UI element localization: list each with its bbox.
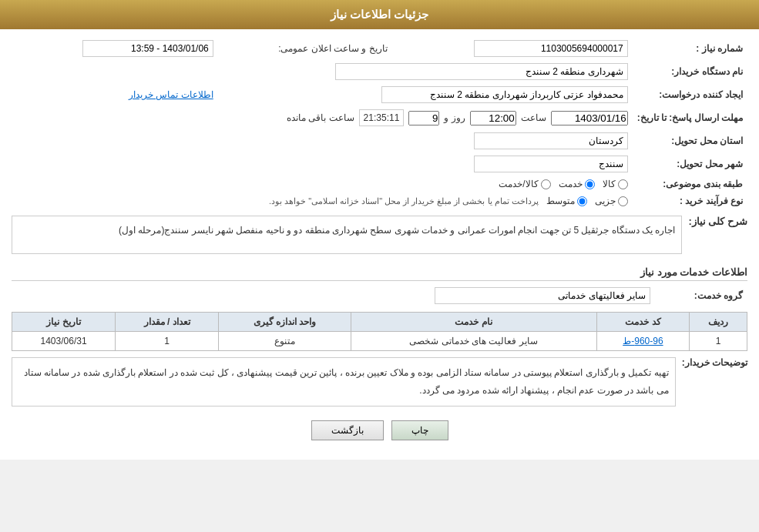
buyer-org-label: نام دستگاه خریدار: bbox=[633, 60, 747, 83]
process-note: پرداخت تمام یا بخشی از مبلغ خریدار از مح… bbox=[269, 196, 539, 206]
process-value-cell: جزیی متوسط پرداخت تمام یا بخشی از مبلغ خ… bbox=[12, 192, 633, 209]
need-number-label: شماره نیاز : bbox=[633, 37, 747, 60]
deadline-day-input[interactable] bbox=[408, 111, 439, 125]
announcement-date-value-cell bbox=[12, 37, 218, 60]
col-code: کد خدمت bbox=[596, 313, 690, 332]
buyer-notes-label: توضیحات خریدار: bbox=[682, 357, 747, 368]
category-kala-label: کالا bbox=[603, 179, 616, 189]
row-process: نوع فرآیند خرید : جزیی متوسط پرداخت تمام… bbox=[12, 192, 747, 209]
deadline-remaining: 21:35:11 bbox=[359, 109, 405, 126]
service-group-value-cell bbox=[12, 284, 655, 307]
process-motavasset-radio[interactable] bbox=[577, 196, 587, 206]
contact-link[interactable]: اطلاعات تماس خریدار bbox=[129, 89, 213, 100]
services-header-row: ردیف کد خدمت نام خدمت واحد اندازه گیری ت… bbox=[12, 313, 747, 332]
cell-code[interactable]: 960-96-ط bbox=[596, 332, 690, 351]
deadline-label: مهلت ارسال پاسخ: تا تاریخ: bbox=[633, 106, 747, 129]
cell-unit: متنوع bbox=[219, 332, 351, 351]
category-kala-khadamat-radio[interactable] bbox=[541, 179, 551, 189]
deadline-date-input[interactable] bbox=[551, 111, 628, 125]
cell-name: سایر فعالیت های خدماتی شخصی bbox=[351, 332, 596, 351]
service-group-input[interactable] bbox=[435, 287, 650, 304]
category-khadamat-radio[interactable] bbox=[585, 179, 595, 189]
description-label: شرح کلی نیاز: bbox=[688, 216, 747, 229]
row-creator: ایجاد کننده درخواست: اطلاعات تماس خریدار bbox=[12, 83, 747, 106]
service-group-row: گروه خدمت: bbox=[12, 284, 747, 307]
deadline-inline: ساعت روز و 21:35:11 ساعت باقی مانده bbox=[16, 109, 628, 126]
col-count: تعداد / مقدار bbox=[116, 313, 219, 332]
deadline-value-cell: ساعت روز و 21:35:11 ساعت باقی مانده bbox=[12, 106, 633, 129]
page-header: جزئیات اطلاعات نیاز bbox=[0, 0, 759, 29]
buyer-notes-row: توضیحات خریدار: تهیه تکمیل و بارگذاری اس… bbox=[12, 357, 747, 413]
content-area: شماره نیاز : تاریخ و ساعت اعلان عمومی: ن… bbox=[0, 29, 759, 460]
print-button[interactable]: چاپ bbox=[391, 420, 448, 440]
announcement-date-label-cell: تاریخ و ساعت اعلان عمومی: bbox=[218, 37, 392, 60]
cell-count: 1 bbox=[116, 332, 219, 351]
buyer-notes-box: تهیه تکمیل و بارگذاری استعلام پیوستی در … bbox=[12, 357, 676, 407]
row-need-number: شماره نیاز : تاریخ و ساعت اعلان عمومی: bbox=[12, 37, 747, 60]
creator-input[interactable] bbox=[381, 86, 628, 103]
province-value-cell bbox=[12, 129, 633, 152]
services-table-header: ردیف کد خدمت نام خدمت واحد اندازه گیری ت… bbox=[12, 313, 747, 332]
deadline-time-label: ساعت bbox=[521, 112, 546, 123]
announcement-date-input[interactable] bbox=[82, 40, 213, 57]
row-city: شهر محل تحویل: bbox=[12, 152, 747, 176]
row-province: استان محل تحویل: bbox=[12, 129, 747, 152]
process-motavasset-label: متوسط bbox=[546, 196, 575, 206]
description-box: اجاره یک دستگاه جرثقیل 5 تن جهت انجام ام… bbox=[12, 216, 682, 254]
deadline-time-input[interactable] bbox=[470, 111, 516, 125]
need-number-value-cell bbox=[392, 37, 633, 60]
deadline-remaining-label: ساعت باقی مانده bbox=[287, 112, 354, 123]
row-deadline: مهلت ارسال پاسخ: تا تاریخ: ساعت روز و 21… bbox=[12, 106, 747, 129]
buttons-row: چاپ بازگشت bbox=[12, 413, 747, 452]
cell-row: 1 bbox=[690, 332, 747, 351]
city-input[interactable] bbox=[474, 156, 628, 172]
process-label: نوع فرآیند خرید : bbox=[633, 192, 747, 209]
category-radio-group: کالا خدمت کالا/خدمت bbox=[16, 179, 628, 189]
col-name: نام خدمت bbox=[351, 313, 596, 332]
back-button[interactable]: بازگشت bbox=[311, 420, 384, 440]
row-category: طبقه بندی موضوعی: کالا خدمت bbox=[12, 176, 747, 192]
row-buyer-org: نام دستگاه خریدار: bbox=[12, 60, 747, 83]
buyer-org-value-cell bbox=[12, 60, 633, 83]
buyer-org-input[interactable] bbox=[335, 63, 628, 80]
process-radio-group: جزیی متوسط پرداخت تمام یا بخشی از مبلغ خ… bbox=[16, 196, 628, 206]
category-kala-radio[interactable] bbox=[618, 179, 628, 189]
need-number-input[interactable] bbox=[474, 40, 628, 57]
city-label: شهر محل تحویل: bbox=[633, 152, 747, 176]
province-input[interactable] bbox=[474, 132, 628, 149]
process-jozvi-radio[interactable] bbox=[618, 196, 628, 206]
category-khadamat-label: خدمت bbox=[559, 179, 583, 189]
cell-date: 1403/06/31 bbox=[12, 332, 116, 351]
province-label: استان محل تحویل: bbox=[633, 129, 747, 152]
page-wrapper: جزئیات اطلاعات نیاز شماره نیاز : تاریخ و… bbox=[0, 0, 759, 460]
services-section-title: اطلاعات خدمات مورد نیاز bbox=[12, 266, 747, 281]
creator-label: ایجاد کننده درخواست: bbox=[633, 83, 747, 106]
page-title: جزئیات اطلاعات نیاز bbox=[331, 8, 428, 21]
process-motavasset[interactable]: متوسط bbox=[546, 196, 587, 206]
deadline-day-label: روز و bbox=[444, 112, 465, 123]
creator-value-cell bbox=[218, 83, 633, 106]
col-unit: واحد اندازه گیری bbox=[219, 313, 351, 332]
announcement-date-label: تاریخ و ساعت اعلان عمومی: bbox=[278, 43, 388, 54]
city-value-cell bbox=[12, 152, 633, 176]
col-date: تاریخ نیاز bbox=[12, 313, 116, 332]
category-kala[interactable]: کالا bbox=[603, 179, 628, 189]
process-jozvi-label: جزیی bbox=[595, 196, 616, 206]
buyer-notes-text: تهیه تکمیل و بارگذاری استعلام پیوستی در … bbox=[24, 367, 669, 396]
services-table: ردیف کد خدمت نام خدمت واحد اندازه گیری ت… bbox=[12, 312, 747, 351]
services-table-body: 1 960-96-ط سایر فعالیت های خدماتی شخصی م… bbox=[12, 332, 747, 351]
description-row: شرح کلی نیاز: اجاره یک دستگاه جرثقیل 5 ت… bbox=[12, 216, 747, 260]
process-jozvi[interactable]: جزیی bbox=[595, 196, 628, 206]
category-kala-khadamat[interactable]: کالا/خدمت bbox=[499, 179, 550, 189]
contact-link-cell: اطلاعات تماس خریدار bbox=[12, 83, 218, 106]
category-kala-khadamat-label: کالا/خدمت bbox=[499, 179, 538, 189]
category-value-cell: کالا خدمت کالا/خدمت bbox=[12, 176, 633, 192]
main-info-table: شماره نیاز : تاریخ و ساعت اعلان عمومی: ن… bbox=[12, 37, 747, 209]
col-row: ردیف bbox=[690, 313, 747, 332]
table-row: 1 960-96-ط سایر فعالیت های خدماتی شخصی م… bbox=[12, 332, 747, 351]
category-label: طبقه بندی موضوعی: bbox=[633, 176, 747, 192]
description-text: اجاره یک دستگاه جرثقیل 5 تن جهت انجام ام… bbox=[119, 225, 675, 236]
category-khadamat[interactable]: خدمت bbox=[559, 179, 595, 189]
service-group-label: گروه خدمت: bbox=[655, 284, 747, 307]
service-group-table: گروه خدمت: bbox=[12, 284, 747, 307]
